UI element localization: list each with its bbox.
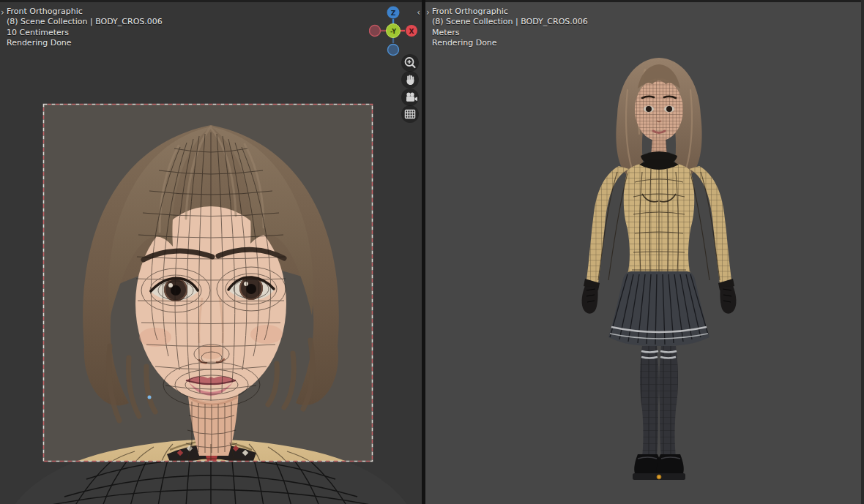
toolbar-toggle-arrow[interactable]: › <box>426 8 430 17</box>
hand-icon <box>402 72 418 88</box>
svg-text:-Y: -Y <box>390 29 396 35</box>
grid-view-button[interactable] <box>401 105 419 123</box>
svg-text:Z: Z <box>391 10 396 17</box>
camera-view-button[interactable] <box>401 89 419 106</box>
navigation-gizmo[interactable]: Z X -Y <box>369 5 417 58</box>
gizmo-axis-x[interactable]: X <box>406 25 417 37</box>
character-body-render <box>582 58 737 480</box>
pan-tool-button[interactable] <box>401 71 419 89</box>
window-edge <box>861 0 864 504</box>
scene-marker-dot <box>148 396 152 399</box>
body-render-preview <box>425 2 861 504</box>
svg-text:X: X <box>409 28 414 35</box>
gizmo-axis-x-negative[interactable] <box>370 26 381 37</box>
head-render-preview <box>0 2 422 504</box>
gizmo-axis-z[interactable]: Z <box>387 7 400 19</box>
gizmo-axis-y-negative[interactable]: -Y <box>387 24 401 38</box>
gizmo-axis-z-negative[interactable] <box>388 45 399 56</box>
object-origin-dot <box>657 475 661 479</box>
grid-icon <box>402 106 418 122</box>
blender-window: › ‹ Front Orthographic (8) Scene Collect… <box>0 0 864 504</box>
viewport-left-canvas[interactable]: › ‹ Front Orthographic (8) Scene Collect… <box>0 2 422 504</box>
viewport-right-canvas[interactable]: › Front Orthographic (8) Scene Collectio… <box>425 2 861 504</box>
movie-camera-icon <box>402 89 418 105</box>
toolbar-toggle-arrow[interactable]: › <box>1 8 4 17</box>
zoom-tool-button[interactable] <box>401 54 419 72</box>
